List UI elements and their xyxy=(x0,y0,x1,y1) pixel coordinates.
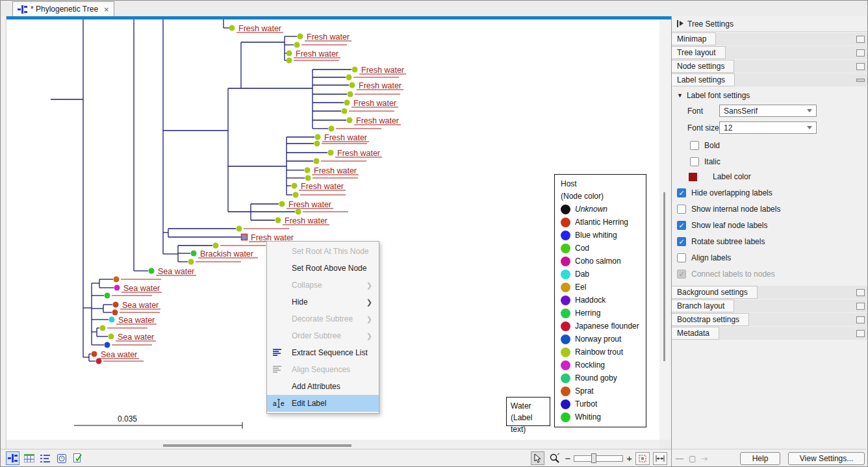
checkbox[interactable]: ✓ xyxy=(677,221,686,230)
sidebar-section-bootstrap-settings[interactable]: Bootstrap settings xyxy=(672,313,868,326)
expand-section-icon[interactable] xyxy=(856,316,865,323)
sidebar-section-node-settings[interactable]: Node settings xyxy=(672,60,868,73)
legend-entry: Blue whiting xyxy=(561,229,646,242)
horizontal-scrollbar[interactable] xyxy=(6,440,659,449)
checkbox[interactable]: ✓ xyxy=(677,188,686,197)
zoom-in-icon[interactable]: + xyxy=(626,453,632,464)
font-label: Font xyxy=(687,107,719,116)
list-view-button[interactable] xyxy=(38,451,52,465)
context-menu-item-extract-sequence-list[interactable]: Extract Sequence List xyxy=(267,344,379,361)
legend-water[interactable]: Water (Label text) xyxy=(506,397,550,426)
sidebar-section-label: Label settings xyxy=(672,73,735,86)
legend-color-dot xyxy=(561,205,570,214)
legend-entry-label: Rockling xyxy=(575,360,605,370)
vertical-scrollbar-thumb[interactable] xyxy=(663,192,665,361)
font-select-value: SansSerif xyxy=(724,107,758,116)
label-color-swatch[interactable] xyxy=(689,173,697,181)
expand-section-icon[interactable] xyxy=(856,303,865,310)
context-menu-item-set-root-above-node[interactable]: Set Root Above Node xyxy=(267,260,379,277)
submenu-arrow-icon: ❯ xyxy=(366,315,372,323)
zoom-out-icon[interactable]: − xyxy=(565,453,570,464)
help-button[interactable]: Help xyxy=(740,452,780,465)
expand-section-icon[interactable] xyxy=(856,36,865,43)
checkbox[interactable] xyxy=(677,253,686,262)
context-menu-item-add-attributes[interactable]: Add Attributes xyxy=(267,378,379,395)
checkbox-row-rotate-subtree-labels[interactable]: ✓Rotate subtree labels xyxy=(677,237,868,246)
legend-entry-label: Blue whiting xyxy=(575,231,617,240)
sidebar-section-label-settings[interactable]: Label settings xyxy=(672,73,868,86)
checkbox[interactable]: ✓ xyxy=(677,237,686,246)
context-menu-item-label: Collapse xyxy=(292,281,322,290)
legend-entry-label: Herring xyxy=(575,309,600,318)
phylo-tree-icon xyxy=(18,5,27,14)
collapse-all-icon[interactable]: — xyxy=(676,454,683,463)
legend-entry-label: Cod xyxy=(575,244,589,253)
view-settings-button[interactable]: View Settings... xyxy=(788,452,865,465)
tab-title: * Phylogenetic Tree xyxy=(31,5,98,14)
checkbox[interactable] xyxy=(677,205,686,214)
zoom-to-selection-button[interactable] xyxy=(635,452,650,465)
context-menu-item-hide[interactable]: Hide❯ xyxy=(267,294,379,310)
legend-entry-label: Japanese flounder xyxy=(575,322,639,331)
bold-checkbox-row[interactable]: Bold xyxy=(690,141,868,150)
font-size-select[interactable]: 12 xyxy=(719,121,817,134)
tab-close-icon[interactable]: × xyxy=(104,5,109,14)
context-menu-item-label: Extract Sequence List xyxy=(292,348,368,357)
tree-settings-header[interactable]: Tree Settings xyxy=(672,16,868,32)
checkbox-row-align-labels[interactable]: Align labels xyxy=(677,253,868,262)
legend-host[interactable]: Host (Node color) UnknownAtlantic Herrin… xyxy=(554,174,646,427)
horizontal-scrollbar-thumb[interactable] xyxy=(163,444,351,447)
legend-entry: Norway prout xyxy=(561,333,646,346)
sidebar-section-tree-layout[interactable]: Tree layout xyxy=(672,46,868,59)
expand-section-icon[interactable] xyxy=(856,63,865,70)
sidebar-section-branch-layout[interactable]: Branch layout xyxy=(672,299,868,312)
zoom-tool-button[interactable] xyxy=(548,451,561,465)
italic-checkbox-row[interactable]: Italic xyxy=(690,157,868,166)
font-select[interactable]: SansSerif xyxy=(719,105,817,117)
sidebar-section-minimap[interactable]: Minimap xyxy=(672,32,868,45)
zoom-slider[interactable] xyxy=(574,455,623,462)
collapse-section-icon[interactable] xyxy=(856,79,865,82)
bold-checkbox[interactable] xyxy=(690,141,699,150)
dock-panel-icon[interactable]: ⇥ xyxy=(701,454,708,463)
expand-section-icon[interactable] xyxy=(856,289,865,296)
table-view-button[interactable] xyxy=(22,451,36,465)
context-menu-item-label: Hide xyxy=(292,297,308,307)
checkbox-row-show-leaf-node-labels[interactable]: ✓Show leaf node labels xyxy=(677,221,868,230)
sidebar-section-background-settings[interactable]: Background settings xyxy=(672,286,868,299)
legend-entry: Haddock xyxy=(561,294,646,307)
zoom-slider-thumb[interactable] xyxy=(591,453,596,463)
checkbox-row-show-internal-node-labels[interactable]: Show internal node labels xyxy=(677,205,868,214)
vertical-scrollbar[interactable] xyxy=(659,19,670,440)
legend-color-dot xyxy=(561,270,570,279)
legend-color-dot xyxy=(561,231,570,240)
context-menu-item-label: Decorate Subtree xyxy=(292,314,353,323)
label-font-settings-group[interactable]: ▼ Label font settings xyxy=(672,91,868,100)
italic-checkbox[interactable] xyxy=(690,157,699,166)
sidebar-section-metadata[interactable]: Metadata xyxy=(672,327,868,340)
legend-host-subtitle: (Node color) xyxy=(561,190,646,203)
expand-all-icon[interactable]: ▢ xyxy=(689,454,696,463)
context-menu-item-edit-label[interactable]: aeEdit Label xyxy=(267,395,379,412)
pointer-tool-button[interactable] xyxy=(531,451,544,465)
legend-color-dot xyxy=(561,360,570,370)
tab-phylogenetic-tree[interactable]: * Phylogenetic Tree × xyxy=(12,1,114,16)
context-menu-item-set-root-at-this-node: Set Root At This Node xyxy=(267,243,379,260)
checkbox-label: Rotate subtree labels xyxy=(691,237,765,246)
expand-section-icon[interactable] xyxy=(856,49,865,57)
legend-color-dot xyxy=(561,412,570,422)
fit-width-button[interactable] xyxy=(653,452,667,465)
checkbox-label: Show leaf node labels xyxy=(691,221,767,230)
expand-section-icon[interactable] xyxy=(856,330,865,337)
chevron-down-icon xyxy=(807,126,812,129)
history-view-button[interactable] xyxy=(55,451,68,465)
checkbox-row-hide-overlapping-labels[interactable]: ✓Hide overlapping labels xyxy=(677,188,868,197)
tree-view-button[interactable] xyxy=(6,451,19,465)
chevron-down-icon xyxy=(807,109,812,112)
checkbox-label: Align labels xyxy=(691,253,731,262)
label-settings-content: ▼ Label font settings Font SansSerif Fon… xyxy=(672,86,868,285)
legend-entry-label: Turbot xyxy=(575,399,597,409)
legend-entry-label: Eel xyxy=(575,283,586,292)
left-gutter xyxy=(1,16,6,467)
element-info-view-button[interactable] xyxy=(71,451,84,465)
